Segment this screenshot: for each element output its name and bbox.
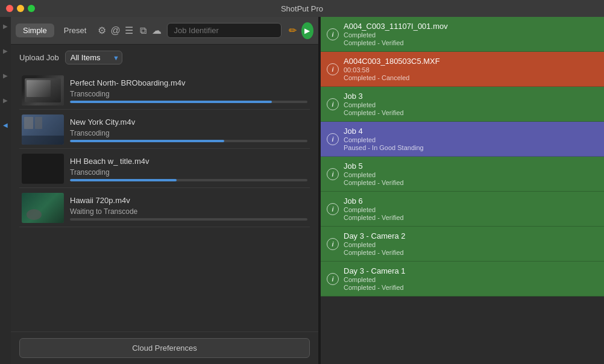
file-name: HH Beach w_ title.m4v	[70, 157, 307, 166]
job-text: Job 3 Completed Completed - Verified	[344, 92, 404, 116]
minimize-button[interactable]	[17, 5, 24, 12]
file-list: Perfect North- BROboarding.m4v Transcodi…	[19, 72, 310, 227]
job-sub1: Completed	[344, 276, 406, 283]
file-status: Transcoding	[70, 90, 307, 98]
preset-tab[interactable]: Preset	[57, 24, 94, 37]
collapse-arrow-2[interactable]: ▶	[3, 48, 8, 54]
upload-filter-select[interactable]: All Items Pending Completed Failed	[65, 51, 122, 64]
job-title: Job 3	[344, 92, 404, 101]
job-text: Job 6 Completed Completed - Verified	[344, 196, 404, 221]
list-icon[interactable]: ☰	[124, 23, 135, 39]
job-sub2: Completed - Verified	[344, 179, 404, 186]
job-sub2: Completed - Verified	[344, 39, 448, 46]
job-sub1: Completed	[344, 171, 404, 178]
info-icon: i	[327, 98, 339, 110]
cloud-icon[interactable]: ☁	[151, 23, 163, 39]
expand-arrow[interactable]: ◀	[3, 122, 8, 128]
job-list-panel: i A004_C003_11107I_001.mov Completed Com…	[321, 17, 604, 364]
file-thumbnail	[22, 115, 64, 145]
maximize-button[interactable]	[28, 5, 35, 12]
simple-tab[interactable]: Simple	[16, 24, 54, 37]
job-item[interactable]: i Job 6 Completed Completed - Verified	[321, 192, 604, 227]
cloud-preferences-button[interactable]: Cloud Preferences	[19, 338, 310, 358]
job-sub2: Paused - In Good Standing	[344, 144, 424, 151]
job-sub1: Completed	[344, 136, 424, 143]
job-item[interactable]: i A004C003_180503C5.MXF 00:03:58 Complet…	[321, 52, 604, 87]
job-sub1: Completed	[344, 31, 448, 39]
progress-bar	[70, 140, 307, 142]
progress-fill	[70, 179, 177, 181]
job-text: Day 3 - Camera 2 Completed Completed - V…	[344, 231, 406, 256]
file-name: New York City.m4v	[70, 118, 307, 127]
job-item[interactable]: i A004_C003_11107I_001.mov Completed Com…	[321, 17, 604, 52]
job-sub2: Completed - Verified	[344, 249, 406, 256]
app-title: ShotPut Pro	[281, 4, 323, 13]
toolbar: Simple Preset ⚙ @ ☰ ⧉ ☁ ✏ ▶	[11, 17, 318, 45]
job-item[interactable]: i Job 5 Completed Completed - Verified	[321, 157, 604, 192]
progress-bar	[70, 179, 307, 181]
file-status: Transcoding	[70, 168, 307, 177]
file-thumbnail	[22, 193, 64, 223]
upload-header: Upload Job All Items Pending Completed F…	[19, 51, 310, 64]
collapse-arrow-4[interactable]: ▶	[3, 97, 8, 104]
file-thumbnail	[22, 75, 64, 105]
file-info: HH Beach w_ title.m4v Transcoding	[70, 157, 307, 181]
collapse-arrow-3[interactable]: ▶	[3, 72, 8, 79]
list-item[interactable]: HH Beach w_ title.m4v Transcoding	[19, 150, 310, 188]
job-text: Day 3 - Camera 1 Completed Completed - V…	[344, 266, 406, 291]
job-sub2: Completed - Verified	[344, 214, 404, 221]
info-icon: i	[327, 168, 339, 180]
file-info: Perfect North- BROboarding.m4v Transcodi…	[70, 78, 307, 103]
at-icon[interactable]: @	[110, 23, 121, 39]
left-panel: Simple Preset ⚙ @ ☰ ⧉ ☁ ✏ ▶ Upload Job A…	[11, 17, 318, 364]
job-sub1: Completed	[344, 101, 404, 108]
collapse-arrow-1[interactable]: ▶	[3, 23, 8, 30]
info-icon: i	[327, 133, 339, 145]
job-title: Job 6	[344, 196, 404, 206]
all-items-select-wrapper: All Items Pending Completed Failed ▼	[65, 51, 122, 64]
bottom-area: Cloud Preferences	[11, 331, 318, 364]
job-item[interactable]: i Job 3 Completed Completed - Verified	[321, 87, 604, 122]
job-title: Day 3 - Camera 1	[344, 266, 406, 275]
job-item[interactable]: i Job 4 Completed Paused - In Good Stand…	[321, 122, 604, 157]
job-title: A004C003_180503C5.MXF	[344, 57, 440, 66]
file-name: Perfect North- BROboarding.m4v	[70, 78, 307, 87]
job-sub2: Completed - Canceled	[344, 74, 440, 81]
thumb-snowboard-image	[22, 75, 64, 105]
file-status: Transcoding	[70, 129, 307, 137]
job-item[interactable]: i Day 3 - Camera 2 Completed Completed -…	[321, 227, 604, 262]
job-sub1: Completed	[344, 241, 406, 248]
titlebar: ShotPut Pro	[0, 0, 604, 17]
job-sub1: 00:03:58	[344, 66, 440, 74]
info-icon: i	[327, 63, 339, 75]
list-item[interactable]: Perfect North- BROboarding.m4v Transcodi…	[19, 72, 310, 110]
info-icon: i	[327, 238, 339, 250]
pencil-button[interactable]: ✏	[286, 22, 298, 39]
info-icon: i	[327, 273, 339, 285]
file-thumbnail	[22, 154, 64, 184]
play-button[interactable]: ▶	[301, 22, 313, 39]
job-text: Job 4 Completed Paused - In Good Standin…	[344, 127, 424, 151]
progress-bar	[70, 218, 307, 221]
job-sub2: Completed - Verified	[344, 284, 406, 291]
job-sub1: Completed	[344, 206, 404, 213]
traffic-lights	[6, 5, 35, 12]
job-item[interactable]: i Day 3 - Camera 1 Completed Completed -…	[321, 262, 604, 297]
list-item[interactable]: New York City.m4v Transcoding	[19, 111, 310, 149]
upload-label: Upload Job	[19, 53, 59, 62]
progress-fill	[70, 101, 272, 103]
list-item[interactable]: Hawaii 720p.m4v Waiting to Transcode	[19, 189, 310, 227]
job-title: A004_C003_11107I_001.mov	[344, 22, 448, 31]
info-icon: i	[327, 203, 339, 215]
close-button[interactable]	[6, 5, 13, 12]
job-identifier-input[interactable]	[167, 23, 282, 38]
file-info: Hawaii 720p.m4v Waiting to Transcode	[70, 196, 307, 221]
info-icon: i	[327, 28, 339, 40]
copy-icon[interactable]: ⧉	[137, 23, 149, 39]
left-sidebar: ▶ ▶ ▶ ▶ ◀	[0, 17, 11, 364]
job-text: Job 5 Completed Completed - Verified	[344, 162, 404, 186]
job-text: A004C003_180503C5.MXF 00:03:58 Completed…	[344, 57, 440, 81]
settings-icon[interactable]: ⚙	[96, 23, 107, 39]
main-area: ▶ ▶ ▶ ▶ ◀ Simple Preset ⚙ @ ☰ ⧉ ☁ ✏ ▶ Up…	[0, 17, 604, 364]
file-info: New York City.m4v Transcoding	[70, 118, 307, 142]
